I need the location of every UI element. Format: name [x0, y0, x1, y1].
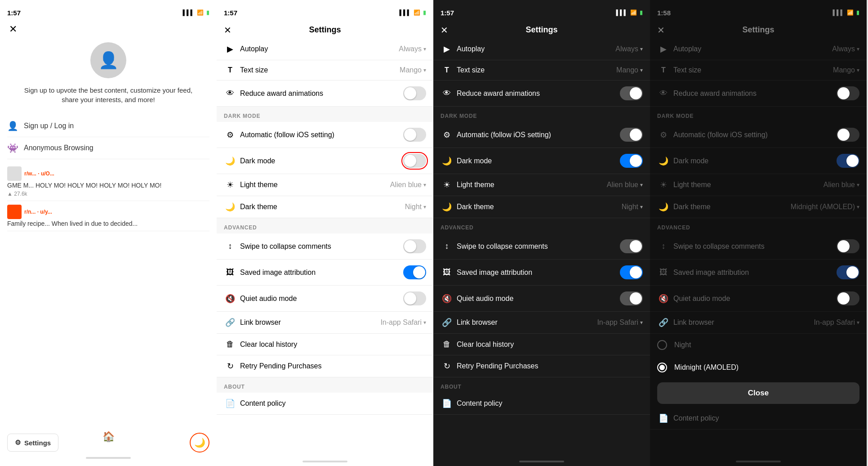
swipe-collapse-row[interactable]: ↕ Swipe to collapse comments [217, 233, 433, 260]
saved-image-label-3: Saved image attribution [457, 269, 620, 277]
swipe-toggle[interactable] [403, 239, 426, 253]
midnight-radio[interactable] [657, 363, 667, 372]
clear-history-row-3[interactable]: 🗑 Clear local history [433, 334, 650, 355]
automatic-toggle-4[interactable] [837, 128, 859, 142]
close-pill[interactable]: Close [657, 382, 859, 404]
dark-mode-row-4[interactable]: 🌙 Dark mode [650, 148, 867, 174]
dark-mode-toggle-3[interactable] [620, 154, 643, 168]
dark-mode-row-3[interactable]: 🌙 Dark mode [433, 148, 650, 174]
signup-login-item[interactable]: 👤 Sign up / Log in [7, 115, 209, 137]
feed-item-2[interactable]: r/n... · u/y... Family recipe... When li… [7, 201, 209, 231]
reduce-anim-icon-4: 👁 [657, 89, 670, 98]
home-tab-icon[interactable]: 🏠 [102, 431, 115, 443]
wifi-icon-2: 📶 [414, 9, 420, 16]
quiet-audio-row[interactable]: 🔇 Quiet audio mode [217, 286, 433, 312]
link-browser-row[interactable]: 🔗 Link browser In-app Safari ▾ [217, 312, 433, 334]
dark-mode-row[interactable]: 🌙 Dark mode [217, 148, 433, 174]
swipe-toggle-4[interactable] [837, 239, 859, 253]
text-size-label: Text size [240, 66, 400, 74]
content-policy-label-4: Content policy [673, 414, 859, 422]
automatic-toggle[interactable] [403, 128, 426, 142]
text-size-value-4: Mango [833, 66, 855, 74]
dark-theme-label: Dark theme [240, 203, 405, 211]
settings-close-2[interactable]: ✕ [224, 25, 231, 36]
light-theme-row-3[interactable]: ☀ Light theme Alien blue ▾ [433, 174, 650, 196]
quiet-audio-toggle-3[interactable] [620, 291, 643, 305]
status-icons-2: ▌▌▌ 📶 ▮ [399, 9, 426, 16]
quiet-audio-toggle-4[interactable] [837, 291, 859, 305]
night-radio[interactable] [657, 340, 667, 350]
text-size-icon: T [224, 66, 236, 74]
status-bar-2: 1:57 ▌▌▌ 📶 ▮ [217, 0, 433, 20]
dark-theme-row[interactable]: 🌙 Dark theme Night ▾ [217, 196, 433, 218]
advanced-section-2: ADVANCED [217, 218, 433, 233]
panel-3: 1:57 ▌▌▌ 📶 ▮ ✕ Settings ▶ Autoplay Alway… [433, 0, 650, 466]
retry-purchases-row[interactable]: ↻ Retry Pending Purchases [217, 355, 433, 377]
night-theme-option[interactable]: Night [650, 334, 867, 356]
automatic-row-4[interactable]: ⚙ Automatic (follow iOS setting) [650, 122, 867, 148]
light-theme-value: Alien blue [390, 181, 422, 189]
settings-header-3: ✕ Settings [433, 20, 650, 38]
automatic-toggle-3[interactable] [620, 128, 643, 142]
settings-close-3[interactable]: ✕ [441, 25, 448, 36]
saved-image-toggle-4[interactable] [837, 265, 859, 279]
light-theme-row-4[interactable]: ☀ Light theme Alien blue ▾ [650, 174, 867, 196]
autoplay-row[interactable]: ▶ Autoplay Always ▾ [217, 38, 433, 60]
text-size-chevron-3: ▾ [640, 67, 643, 73]
dark-theme-row-3[interactable]: 🌙 Dark theme Night ▾ [433, 196, 650, 218]
swipe-collapse-row-4[interactable]: ↕ Swipe to collapse comments [650, 233, 867, 260]
light-theme-row[interactable]: ☀ Light theme Alien blue ▾ [217, 174, 433, 196]
anonymous-browsing-item[interactable]: 👾 Anonymous Browsing [7, 137, 209, 159]
night-theme-label: Night [674, 341, 859, 349]
settings-close-4[interactable]: ✕ [657, 25, 665, 36]
swipe-toggle-3[interactable] [620, 239, 643, 253]
saved-image-row-4[interactable]: 🖼 Saved image attribution [650, 260, 867, 286]
link-browser-label-3: Link browser [457, 318, 597, 327]
anonymous-browsing-label: Anonymous Browsing [24, 144, 93, 152]
autoplay-row-4[interactable]: ▶ Autoplay Always ▾ [650, 38, 867, 60]
dark-theme-value-3: Night [622, 203, 638, 211]
saved-image-row-3[interactable]: 🖼 Saved image attribution [433, 260, 650, 286]
dark-mode-toggle[interactable] [403, 154, 426, 168]
quiet-audio-row-3[interactable]: 🔇 Quiet audio mode [433, 286, 650, 312]
saved-image-toggle[interactable] [403, 265, 426, 279]
text-size-row[interactable]: T Text size Mango ▾ [217, 60, 433, 81]
automatic-row-3[interactable]: ⚙ Automatic (follow iOS setting) [433, 122, 650, 148]
swipe-label-3: Swipe to collapse comments [457, 242, 620, 251]
content-policy-row-3[interactable]: 📄 Content policy [433, 393, 650, 415]
text-size-row-3[interactable]: T Text size Mango ▾ [433, 60, 650, 81]
saved-image-toggle-3[interactable] [620, 265, 643, 279]
clear-history-icon: 🗑 [224, 340, 236, 349]
saved-image-row[interactable]: 🖼 Saved image attribution [217, 260, 433, 286]
automatic-row[interactable]: ⚙ Automatic (follow iOS setting) [217, 122, 433, 148]
swipe-collapse-row-3[interactable]: ↕ Swipe to collapse comments [433, 233, 650, 260]
reduce-anim-label-4: Reduce award animations [673, 90, 837, 98]
text-size-row-4[interactable]: T Text size Mango ▾ [650, 60, 867, 81]
reduce-anim-toggle[interactable] [403, 86, 426, 100]
reduce-anim-row-4[interactable]: 👁 Reduce award animations [650, 81, 867, 107]
reduce-animations-row[interactable]: 👁 Reduce award animations [217, 81, 433, 107]
user-icon: 👤 [7, 121, 18, 131]
retry-purchases-row-3[interactable]: ↻ Retry Pending Purchases [433, 355, 650, 377]
autoplay-chevron-4: ▾ [857, 46, 859, 52]
close-button-1[interactable]: ✕ [9, 23, 17, 35]
dark-mode-toggle-4[interactable] [837, 154, 859, 168]
content-policy-row[interactable]: 📄 Content policy [217, 393, 433, 415]
quiet-audio-row-4[interactable]: 🔇 Quiet audio mode [650, 286, 867, 312]
settings-list-2: ▶ Autoplay Always ▾ T Text size Mango ▾ … [217, 38, 433, 415]
autoplay-value: Always [399, 45, 422, 53]
text-size-label-4: Text size [673, 66, 833, 74]
reduce-anim-row-3[interactable]: 👁 Reduce award animations [433, 81, 650, 107]
link-browser-row-3[interactable]: 🔗 Link browser In-app Safari ▾ [433, 312, 650, 334]
clear-history-row[interactable]: 🗑 Clear local history [217, 334, 433, 355]
dark-theme-row-4[interactable]: 🌙 Dark theme Midnight (AMOLED) ▾ [650, 196, 867, 218]
link-browser-row-4[interactable]: 🔗 Link browser In-app Safari ▾ [650, 312, 867, 334]
reduce-anim-toggle-4[interactable] [837, 86, 859, 100]
feed-item-1[interactable]: r/w... · u/O... GME M... HOLY MO! HOLY M… [7, 163, 209, 201]
autoplay-row-3[interactable]: ▶ Autoplay Always ▾ [433, 38, 650, 60]
dark-theme-label-4: Dark theme [673, 203, 791, 211]
reduce-anim-toggle-3[interactable] [620, 86, 643, 100]
midnight-theme-option[interactable]: Midnight (AMOLED) [650, 356, 867, 379]
quiet-audio-toggle[interactable] [403, 291, 426, 305]
content-policy-row-4[interactable]: 📄 Content policy [650, 408, 867, 430]
